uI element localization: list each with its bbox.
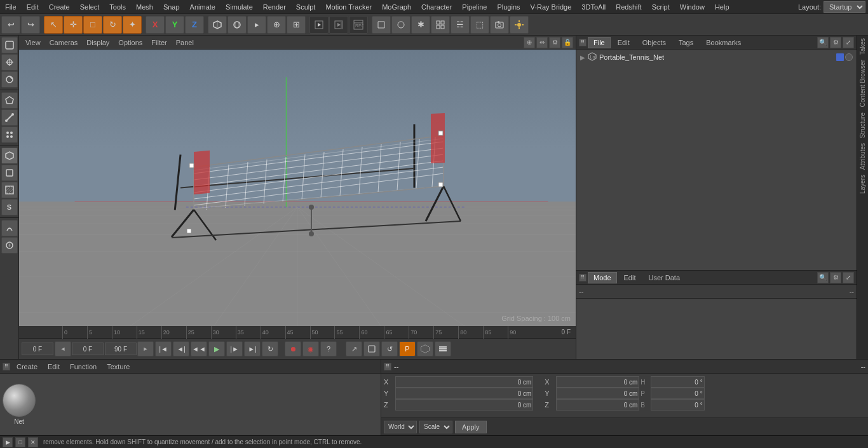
axis-x-button[interactable]: X [146,16,165,34]
objects-expand-icon[interactable]: ⤢ [843,37,854,48]
scale-tool-button[interactable]: □ [83,16,102,34]
tick-70[interactable]: 70 [409,326,433,339]
tab-tags[interactable]: Tags [673,37,699,48]
tick-75[interactable]: 75 [433,326,458,339]
vtab-takes[interactable]: Takes [858,36,867,57]
tab-edit[interactable]: Edit [612,37,635,48]
render-active-view-button[interactable] [309,16,329,34]
layout-dropdown[interactable]: Startup [824,1,865,13]
tick-85[interactable]: 85 [483,326,508,339]
menu-redshift[interactable]: Redshift [611,2,646,12]
p-rot-input[interactable] [651,388,704,399]
timeline-settings-btn[interactable] [435,341,451,356]
objects-search-icon[interactable]: 🔍 [817,37,829,48]
material-net[interactable]: Net [3,384,36,425]
filter-button[interactable]: ☵ [451,16,470,34]
mat-texture-btn[interactable]: Texture [103,362,133,371]
render-settings-button[interactable]: REC [349,16,368,34]
tab-file[interactable]: File [588,37,611,48]
x-pos-input[interactable] [395,376,533,388]
z-pos-input[interactable] [395,399,533,411]
tick-50[interactable]: 50 [310,326,335,339]
attr-tab-edit[interactable]: Edit [618,272,642,283]
menu-vray-bridge[interactable]: V-Ray Bridge [526,2,577,12]
object-item-net[interactable]: ▶ Lo Portable_Tennis_Net [578,51,855,64]
vp-filter-btn[interactable]: Filter [147,38,170,47]
undo-button[interactable]: ↩ [1,16,20,34]
start-frame-input[interactable] [72,343,104,355]
tick-60[interactable]: 60 [359,326,384,339]
menu-simulate[interactable]: Simulate [220,2,258,12]
viewport[interactable]: Perspective [19,50,576,326]
vp-view-btn[interactable]: View [22,38,44,47]
vtab-layers[interactable]: Layers [858,172,867,196]
vp-cameras-btn[interactable]: Cameras [46,38,82,47]
tick-35[interactable]: 35 [236,326,261,339]
vp-icon-settings[interactable]: ⚙ [549,37,560,48]
lp-polygon-btn[interactable] [1,92,18,109]
lp-s-btn[interactable]: S [1,199,18,215]
spline-button[interactable]: ✱ [411,16,430,34]
frame-range-end-btn[interactable]: ► [137,341,154,356]
attr-search-icon[interactable]: 🔍 [817,272,829,283]
deformer-button[interactable]: ⊞ [287,16,306,34]
menu-file[interactable]: File [0,2,22,12]
goto-start-btn[interactable]: |◄ [155,341,172,356]
status-play-icon[interactable]: ▶ [3,437,13,447]
obj-visibility-dot[interactable] [845,53,853,61]
select-tool-button[interactable]: ↖ [44,16,63,34]
redo-button[interactable]: ↪ [21,16,40,34]
apply-button[interactable]: Apply [455,421,487,433]
y-pos-input[interactable] [395,388,533,399]
tick-45[interactable]: 45 [285,326,310,339]
menu-3dtoall[interactable]: 3DToAll [576,2,611,12]
y-size-input[interactable] [556,388,639,399]
tick-80[interactable]: 80 [458,326,483,339]
lp-move-btn[interactable] [1,54,18,71]
tab-objects[interactable]: Objects [637,37,672,48]
timeline-ticks[interactable]: 0 5 10 15 20 25 30 35 40 45 50 55 60 65 … [62,326,532,339]
lp-object-btn[interactable] [1,165,18,181]
h-rot-input[interactable] [651,376,704,388]
step-back-btn[interactable]: ◄| [173,341,189,356]
tab-bookmarks[interactable]: Bookmarks [700,37,747,48]
vtab-attributes[interactable]: Attributes [858,140,867,172]
tick-25[interactable]: 25 [186,326,211,339]
rotate-tool-button[interactable]: ↻ [103,16,122,34]
vtab-structure[interactable]: Structure [858,110,867,141]
attr-gear-icon[interactable]: ⚙ [830,272,841,283]
vp-options-btn[interactable]: Options [114,38,146,47]
tick-55[interactable]: 55 [334,326,359,339]
camera-button[interactable] [490,16,509,34]
lp-point-btn[interactable] [1,126,18,143]
lp-edge-btn[interactable] [1,109,18,126]
mat-edit-btn[interactable]: Edit [44,362,64,371]
lp-paint-btn[interactable] [1,237,18,254]
frame-range-btn[interactable]: ◄ [55,341,71,356]
tick-65[interactable]: 65 [384,326,409,339]
vp-icon-lock[interactable]: 🔒 [562,37,573,48]
menu-animate[interactable]: Animate [185,2,220,12]
menu-script[interactable]: Script [647,2,675,12]
objects-gear-icon[interactable]: ⚙ [830,37,841,48]
current-frame-input[interactable] [22,343,53,355]
loop-btn[interactable]: ↻ [262,341,278,356]
lp-model-btn[interactable] [1,147,18,164]
status-stop-icon[interactable]: □ [15,437,25,447]
auto-key-btn[interactable]: ◉ [302,341,319,356]
pose-btn[interactable]: P [399,341,416,356]
vp-display-btn[interactable]: Display [83,38,113,47]
step-fwd-btn[interactable]: |► [226,341,243,356]
play-reverse-btn[interactable]: ◄◄ [191,341,207,356]
sphere-button[interactable] [227,16,247,34]
menu-snap[interactable]: Snap [158,2,185,12]
lp-sculpt-btn[interactable] [1,220,18,236]
scale-dropdown[interactable]: Scale [419,421,452,433]
light-button[interactable] [510,16,529,34]
tick-40[interactable]: 40 [261,326,285,339]
motion-path-btn[interactable]: ↗ [346,341,362,356]
menu-pipeline[interactable]: Pipeline [457,2,492,12]
menu-mesh[interactable]: Mesh [131,2,158,12]
menu-create[interactable]: Create [44,2,75,12]
world-dropdown[interactable]: World [384,421,417,433]
